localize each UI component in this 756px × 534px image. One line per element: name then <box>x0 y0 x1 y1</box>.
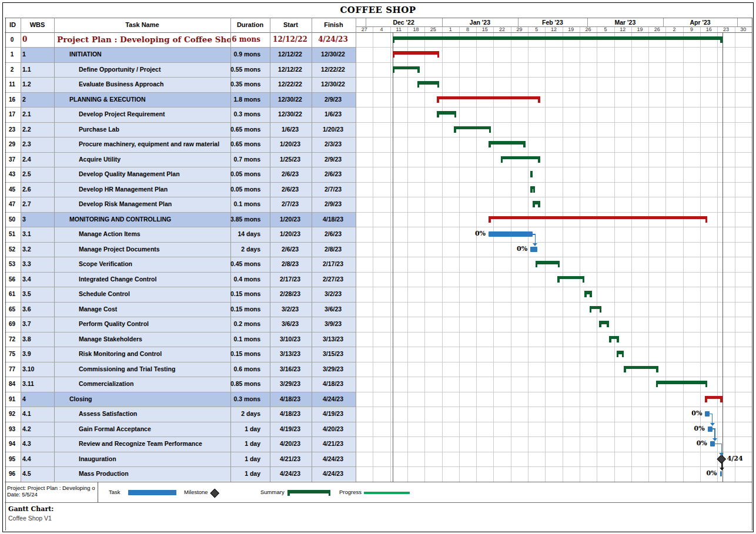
cell-duration[interactable]: 0.15 mons <box>230 302 265 317</box>
gantt-bar-task[interactable] <box>720 471 722 476</box>
cell-wbs[interactable]: 3.7 <box>22 317 54 331</box>
gantt-bar-summary[interactable] <box>489 216 707 220</box>
cell-duration[interactable]: 14 days <box>230 227 265 241</box>
gantt-bar-summary[interactable] <box>454 126 491 130</box>
cell-id[interactable]: 65 <box>5 302 19 317</box>
cell-wbs[interactable]: 3.10 <box>22 362 54 377</box>
cell-duration[interactable]: 0.6 mons <box>230 362 265 377</box>
cell-wbs[interactable]: 3.1 <box>22 227 54 241</box>
gantt-bar-summary[interactable] <box>705 396 722 399</box>
cell-id[interactable]: 2 <box>5 62 19 77</box>
cell-name[interactable]: Develop Risk Management Plan <box>79 197 230 211</box>
cell-start[interactable]: 3/2/23 <box>270 302 310 317</box>
gantt-bar-summary[interactable] <box>584 291 591 294</box>
cell-wbs[interactable]: 2.4 <box>22 152 54 167</box>
column-header-name[interactable]: Task Name <box>54 18 230 32</box>
cell-duration[interactable]: 1 day <box>230 422 265 436</box>
cell-wbs[interactable]: 1.2 <box>22 77 54 92</box>
gantt-bar-summary[interactable] <box>393 51 439 55</box>
cell-name[interactable]: Acquire Utility <box>79 152 230 167</box>
cell-start[interactable]: 12/12/22 <box>270 62 310 77</box>
cell-finish[interactable]: 12/30/22 <box>312 47 354 62</box>
cell-wbs[interactable]: 4.1 <box>22 407 54 421</box>
cell-finish[interactable]: 4/24/23 <box>312 392 354 407</box>
cell-duration[interactable]: 0.15 mons <box>230 287 265 301</box>
cell-name[interactable]: Procure machinery, equipment and raw mat… <box>79 137 230 152</box>
gantt-bar-summary[interactable] <box>617 351 624 354</box>
cell-finish[interactable]: 12/22/22 <box>312 62 354 77</box>
cell-id[interactable]: 37 <box>5 152 19 167</box>
cell-duration[interactable]: 0.45 mons <box>230 257 265 271</box>
cell-finish[interactable]: 2/17/23 <box>312 257 354 271</box>
cell-finish[interactable]: 3/9/23 <box>312 317 354 331</box>
cell-start[interactable]: 3/6/23 <box>270 317 310 331</box>
cell-duration[interactable]: 0.55 mons <box>230 62 265 77</box>
cell-finish[interactable]: 2/6/23 <box>312 227 354 241</box>
cell-finish[interactable]: 2/9/23 <box>312 197 354 211</box>
column-header-id[interactable]: ID <box>5 18 21 32</box>
cell-name[interactable]: Commissioning and Trial Testing <box>79 362 230 377</box>
cell-name[interactable]: Evaluate Business Approach <box>79 77 230 92</box>
cell-finish[interactable]: 4/20/23 <box>312 422 354 436</box>
cell-wbs[interactable]: 2.5 <box>22 167 54 182</box>
cell-id[interactable]: 0 <box>5 32 19 47</box>
cell-name[interactable]: Purchase Lab <box>79 122 230 137</box>
gantt-bar-summary[interactable] <box>530 186 535 190</box>
cell-duration[interactable]: 0.35 mons <box>230 77 265 92</box>
cell-id[interactable]: 56 <box>5 272 19 287</box>
cell-duration[interactable]: 2 days <box>230 242 265 257</box>
cell-name[interactable]: Perform Quality Control <box>79 317 230 331</box>
gantt-bar-task[interactable] <box>530 247 537 252</box>
cell-wbs[interactable]: 3.5 <box>22 287 54 301</box>
cell-name[interactable]: Manage Action Items <box>79 227 230 241</box>
cell-start[interactable]: 12/22/22 <box>270 77 310 92</box>
cell-finish[interactable]: 3/6/23 <box>312 302 354 317</box>
cell-finish[interactable]: 4/18/23 <box>312 212 354 227</box>
cell-wbs[interactable]: 3.4 <box>22 272 54 287</box>
gantt-bar-summary[interactable] <box>501 156 540 160</box>
cell-start[interactable]: 4/20/23 <box>270 436 310 451</box>
cell-start[interactable]: 3/13/23 <box>270 347 310 361</box>
cell-finish[interactable]: 2/7/23 <box>312 182 354 197</box>
cell-start[interactable]: 2/17/23 <box>270 272 310 287</box>
cell-wbs[interactable]: 3.2 <box>22 242 54 257</box>
cell-duration[interactable]: 0.65 mons <box>230 122 265 137</box>
cell-name[interactable]: MONITORING AND CONTROLLING <box>69 212 230 227</box>
cell-start[interactable]: 4/18/23 <box>270 392 310 407</box>
cell-wbs[interactable]: 4.2 <box>22 422 54 436</box>
cell-name[interactable]: Integrated Change Control <box>79 272 230 287</box>
cell-start[interactable]: 1/25/23 <box>270 152 310 167</box>
cell-id[interactable]: 1 <box>5 47 19 62</box>
cell-name[interactable]: Scope Verification <box>79 257 230 271</box>
cell-finish[interactable]: 2/3/23 <box>312 137 354 152</box>
cell-name[interactable]: Assess Satisfaction <box>79 407 230 421</box>
cell-duration[interactable]: 0.1 mons <box>230 332 265 347</box>
gantt-bar-summary[interactable] <box>624 366 658 370</box>
cell-start[interactable]: 1/20/23 <box>270 137 310 152</box>
cell-start[interactable]: 3/29/23 <box>270 377 310 391</box>
cell-finish[interactable]: 4/24/23 <box>312 466 354 481</box>
gantt-bar-summary[interactable] <box>530 171 533 174</box>
cell-name[interactable]: Develop Project Requirement <box>79 107 230 122</box>
cell-name[interactable]: Gain Formal Acceptance <box>79 422 230 436</box>
cell-id[interactable]: 47 <box>5 197 19 211</box>
cell-name[interactable]: Inauguration <box>79 452 230 466</box>
cell-wbs[interactable]: 3.3 <box>22 257 54 271</box>
cell-wbs[interactable]: 4.5 <box>22 466 54 481</box>
cell-duration[interactable]: 0.65 mons <box>230 137 265 152</box>
cell-finish[interactable]: 1/20/23 <box>312 122 354 137</box>
gantt-bar-summary[interactable] <box>437 111 456 115</box>
cell-name[interactable]: INITIATION <box>69 47 230 62</box>
cell-start[interactable]: 4/19/23 <box>270 422 310 436</box>
gantt-bar-task[interactable] <box>708 426 712 432</box>
cell-name[interactable]: Commercialization <box>79 377 230 391</box>
cell-name[interactable]: Risk Monitoring and Control <box>79 347 230 361</box>
cell-name[interactable]: Manage Project Documents <box>79 242 230 257</box>
cell-start[interactable]: 1/20/23 <box>270 212 310 227</box>
gantt-bar-summary[interactable] <box>533 201 540 204</box>
cell-duration[interactable]: 0.15 mons <box>230 347 265 361</box>
cell-wbs[interactable]: 4.4 <box>22 452 54 466</box>
cell-duration[interactable]: 0.3 mons <box>230 107 265 122</box>
cell-duration[interactable]: 1 day <box>230 466 265 481</box>
cell-wbs[interactable]: 3.8 <box>22 332 54 347</box>
